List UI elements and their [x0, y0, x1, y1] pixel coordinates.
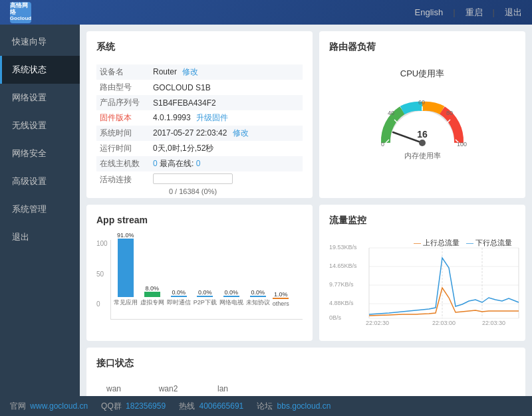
bar-label-2: 0.0% — [172, 289, 186, 296]
online-hosts-link[interactable]: 0 — [153, 159, 158, 168]
table-row: 运行时间 0天,0时,1分,52秒 — [96, 141, 303, 156]
value-device-name: Router 修改 — [150, 64, 303, 80]
sidebar-item-logout[interactable]: 退出 — [0, 223, 80, 251]
appstream-title: App stream — [96, 215, 303, 229]
value-online-hosts: 0 最高在线: 0 — [150, 156, 303, 171]
svg-text:22:03:30: 22:03:30 — [482, 320, 505, 326]
interface-card: 接口状态 wan wan2 — [86, 348, 525, 396]
svg-text:19.53KB/s: 19.53KB/s — [329, 244, 357, 251]
interface-items: wan wan2 — [96, 381, 515, 396]
bar-1 — [144, 292, 160, 297]
footer-website: 官网 www.gocloud.cn — [10, 401, 88, 412]
edit-device-name-link[interactable]: 修改 — [182, 67, 198, 76]
footer-qq-link[interactable]: 182356959 — [126, 401, 166, 411]
footer-website-link[interactable]: www.gocloud.cn — [30, 401, 88, 411]
svg-text:4.88KB/s: 4.88KB/s — [329, 300, 354, 306]
sidebar-item-network-settings[interactable]: 网络设置 — [0, 84, 80, 112]
system-info-table: 设备名 Router 修改 路由型号 GOCLOUD S1B 产品序列号 S1B… — [96, 64, 303, 188]
footer-hotline: 热线 4006665691 — [179, 401, 243, 412]
sidebar-item-wireless-settings[interactable]: 无线设置 — [0, 112, 80, 140]
reboot-button[interactable]: 重启 — [466, 7, 483, 19]
value-time: 2017-05-27 22:03:42 修改 — [150, 126, 303, 141]
bar-group-3: 0.0% P2P下载 — [194, 289, 217, 307]
sidebar-item-network-security[interactable]: 网络安全 — [0, 140, 80, 167]
footer: 官网 www.gocloud.cn QQ群 182356959 热线 40066… — [0, 396, 532, 416]
bar-x-label-2: 即时通信 — [167, 298, 191, 307]
router-load-title: 路由器负荷 — [329, 41, 515, 56]
cpu-title: CPU使用率 — [400, 68, 444, 80]
bar-2 — [171, 296, 187, 297]
appstream-card: App stream 100 50 0 91.0% — [86, 205, 313, 341]
cpu-usage-label: 内存使用率 — [404, 151, 441, 161]
logo-icon: 高恪网络 Gocloud — [10, 2, 31, 23]
sidebar: 快速向导 系统状态 网络设置 无线设置 网络安全 高级设置 系统管理 退出 — [0, 25, 80, 396]
edit-time-link[interactable]: 修改 — [233, 128, 249, 138]
svg-text:16: 16 — [417, 129, 428, 140]
svg-text:80: 80 — [446, 110, 453, 116]
top-row: 系统 设备名 Router 修改 路由型号 GOCLOUD S1B — [86, 31, 525, 205]
svg-text:22:02:30: 22:02:30 — [366, 320, 389, 326]
svg-text:0B/s: 0B/s — [329, 314, 342, 321]
logo: 高恪网络 Gocloud — [10, 2, 31, 23]
bar-label-4: 0.0% — [224, 289, 238, 296]
wan2-label: wan2 — [159, 384, 178, 393]
system-card-title: 系统 — [96, 41, 303, 56]
language-button[interactable]: English — [415, 7, 444, 17]
main-content: 系统 设备名 Router 修改 路由型号 GOCLOUD S1B — [80, 25, 532, 396]
traffic-card: 流量监控 — 上行总流量 — 下行总流量 19.53KB/s 14.65KB/s… — [319, 205, 525, 341]
bar-x-label-5: 未知协议 — [246, 298, 270, 307]
table-row: 系统时间 2017-05-27 22:03:42 修改 — [96, 126, 303, 141]
svg-text:22:03:00: 22:03:00 — [432, 320, 456, 326]
footer-qq: QQ群 182356959 — [101, 401, 166, 412]
bar-x-label-1: 虚拟专网 — [140, 298, 164, 307]
bar-label-0: 91.0% — [117, 232, 134, 239]
footer-hotline-link[interactable]: 4006665691 — [200, 401, 244, 411]
system-card: 系统 设备名 Router 修改 路由型号 GOCLOUD S1B — [86, 31, 313, 198]
bars-container: 91.0% 常见应用 8.0% 虚拟专网 — [110, 240, 303, 320]
label-firmware: 固件版本 — [96, 110, 150, 126]
bar-x-label-0: 常见应用 — [114, 298, 138, 307]
sidebar-item-quick-guide[interactable]: 快速向导 — [0, 28, 80, 56]
traffic-chart-area: — 上行总流量 — 下行总流量 19.53KB/s 14.65KB/s 9.77… — [329, 238, 515, 331]
value-serial: S1B4FEBA434F2 — [150, 95, 303, 110]
lan-label: lan — [217, 384, 228, 393]
bar-label-3: 0.0% — [198, 289, 212, 296]
cpu-gauge-container: CPU使用率 — [329, 64, 515, 164]
bar-x-label-3: P2P下载 — [194, 298, 217, 307]
traffic-legend: — 上行总流量 — 下行总流量 — [414, 238, 512, 248]
svg-text:40: 40 — [388, 110, 394, 116]
bar-0 — [118, 239, 134, 297]
max-online-link[interactable]: 0 — [196, 159, 201, 168]
progress-text: 0 / 16384 (0%) — [153, 186, 233, 197]
header-nav: English | 重启 | 退出 — [415, 7, 522, 19]
sidebar-item-system-status[interactable]: 系统状态 — [0, 56, 80, 84]
label-uptime: 运行时间 — [96, 141, 150, 156]
label-active-conn: 活动连接 — [96, 171, 150, 188]
traffic-svg: 19.53KB/s 14.65KB/s 9.77KB/s 4.88KB/s 0B… — [329, 241, 522, 328]
bar-x-label-4: 网络电视 — [219, 298, 243, 307]
value-model: GOCLOUD S1B — [150, 80, 303, 95]
svg-text:60: 60 — [418, 99, 425, 106]
bar-label-6: 1.0% — [274, 291, 288, 298]
table-row-firmware: 固件版本 4.0.1.9993 升级固件 — [96, 110, 303, 126]
table-row: 产品序列号 S1B4FEBA434F2 — [96, 95, 303, 110]
table-row: 设备名 Router 修改 — [96, 64, 303, 80]
bar-label-1: 8.0% — [145, 285, 159, 292]
value-firmware: 4.0.1.9993 升级固件 — [150, 110, 303, 126]
router-load-card: 路由器负荷 CPU使用率 — [319, 31, 525, 198]
bar-5 — [250, 296, 266, 297]
table-row: 在线主机数 0 最高在线: 0 — [96, 156, 303, 171]
footer-forum-link[interactable]: bbs.gocloud.cn — [277, 401, 331, 411]
y-axis-labels: 100 50 0 — [96, 240, 110, 320]
traffic-title: 流量监控 — [329, 215, 515, 230]
bar-x-label-6: others — [273, 300, 289, 307]
logout-button[interactable]: 退出 — [505, 7, 522, 19]
svg-text:9.77KB/s: 9.77KB/s — [329, 281, 354, 288]
upgrade-firmware-link[interactable]: 升级固件 — [196, 113, 228, 122]
layout: 快速向导 系统状态 网络设置 无线设置 网络安全 高级设置 系统管理 退出 系统… — [0, 25, 532, 396]
sidebar-item-system-management[interactable]: 系统管理 — [0, 195, 80, 223]
sidebar-item-advanced-settings[interactable]: 高级设置 — [0, 167, 80, 195]
interface-wan: wan — [96, 384, 131, 396]
bar-4 — [223, 296, 239, 297]
interface-title: 接口状态 — [96, 358, 515, 373]
